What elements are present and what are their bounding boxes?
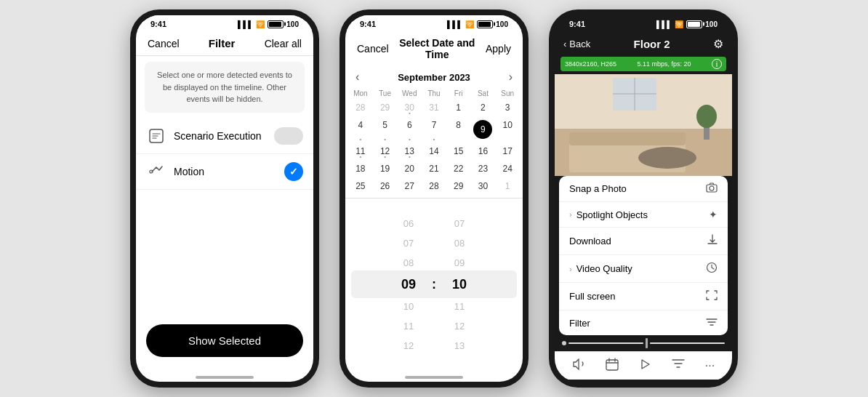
calendar-day[interactable]: 21	[422, 160, 446, 177]
menu-download[interactable]: Download	[559, 228, 728, 255]
calendar-day[interactable]: 8	[446, 116, 471, 143]
download-label: Download	[569, 236, 611, 246]
calendar-day[interactable]: 29	[373, 99, 398, 116]
calendar-month-label: September 2023	[398, 72, 470, 83]
badge-stats: 5.11 mbps, fps: 20	[638, 60, 691, 68]
calendar-day[interactable]: 13	[397, 143, 422, 160]
svg-point-13	[710, 186, 714, 191]
mute-button[interactable]	[572, 358, 585, 373]
svg-rect-5	[569, 132, 686, 145]
calendar-day[interactable]: 25	[348, 177, 373, 195]
room-svg	[555, 74, 732, 176]
status-bar-1: 9:41 ▌▌▌ 🛜 100	[136, 15, 313, 31]
next-month-button[interactable]: ›	[509, 71, 513, 84]
spotlight-label: Spotlight Objects	[576, 209, 648, 220]
signal-icon-1: ▌▌▌	[238, 20, 253, 28]
home-bar-3	[555, 380, 732, 382]
motion-toggle-on[interactable]	[284, 162, 303, 181]
calendar-day[interactable]: 28	[422, 177, 446, 195]
calendar-day[interactable]: 11	[348, 143, 373, 160]
calendar-day[interactable]: 15	[446, 143, 471, 160]
calendar-day[interactable]: 29	[446, 177, 471, 195]
calendar-day[interactable]: 23	[471, 160, 496, 177]
fullscreen-icon	[706, 289, 718, 303]
calendar-day[interactable]: 14	[422, 143, 446, 160]
calendar-day[interactable]: 10	[495, 116, 520, 143]
calendar-day[interactable]: 16	[471, 143, 496, 160]
calendar-day[interactable]: 3	[495, 99, 520, 116]
video-quality-label: Video Quality	[576, 263, 632, 274]
list-item[interactable]: Scenario Execution	[136, 119, 313, 154]
p1-hint-text: Select one or more detected events to be…	[145, 62, 305, 113]
p3-nav: ‹ Back Floor 2 ⚙	[555, 31, 732, 57]
minute-item: 11	[438, 297, 481, 316]
list-item[interactable]: Motion	[136, 154, 313, 190]
minute-item: 13	[438, 336, 481, 356]
calendar-day[interactable]: 30	[397, 99, 422, 116]
calendar-day[interactable]: 12	[373, 143, 398, 160]
minute-item: 12	[438, 316, 481, 336]
fullscreen-label: Full screen	[569, 291, 616, 302]
calendar-day[interactable]: 17	[495, 143, 520, 160]
calendar-day[interactable]: 28	[348, 99, 373, 116]
day-name-mon: Mon	[348, 88, 373, 99]
p3-gear-button[interactable]: ⚙	[713, 37, 723, 51]
camera-view	[555, 74, 732, 176]
calendar-day[interactable]: 2	[471, 99, 496, 116]
home-bar-2	[345, 367, 523, 382]
hour-picker[interactable]: 06 07 08 09 10 11 12	[387, 214, 430, 356]
prev-month-button[interactable]: ‹	[355, 71, 359, 84]
p1-cancel-button[interactable]: Cancel	[148, 38, 180, 49]
calendar-day[interactable]: 1	[446, 99, 471, 116]
calendar-day[interactable]: 27	[397, 177, 422, 195]
calendar-button[interactable]	[606, 358, 619, 374]
p2-cancel-button[interactable]: Cancel	[357, 43, 389, 55]
menu-spotlight[interactable]: › Spotlight Objects ✦	[559, 202, 728, 228]
more-button[interactable]: ···	[705, 359, 715, 372]
menu-filter[interactable]: Filter	[559, 310, 728, 335]
hour-item: 06	[387, 214, 430, 233]
calendar-day[interactable]: 7	[422, 116, 446, 143]
scenario-toggle[interactable]	[274, 127, 303, 145]
calendar-day[interactable]: 1	[495, 177, 520, 195]
menu-fullscreen[interactable]: Full screen	[559, 283, 728, 310]
menu-snap-photo[interactable]: Snap a Photo	[559, 176, 728, 202]
calendar-day[interactable]: 20	[397, 160, 422, 177]
video-quality-icon	[706, 262, 718, 276]
calendar-day[interactable]: 22	[446, 160, 471, 177]
show-selected-button[interactable]: Show Selected	[146, 324, 303, 357]
calendar-day[interactable]: 30	[471, 177, 496, 195]
svg-rect-15	[606, 360, 618, 370]
hour-item: 07	[387, 233, 430, 253]
filter-tool-button[interactable]	[672, 358, 685, 373]
p2-day-names: Mon Tue Wed Thu Fri Sat Sun	[345, 88, 523, 99]
badge-resolution: 3840x2160, H265	[565, 60, 616, 68]
time-colon: :	[430, 277, 438, 292]
calendar-day[interactable]: 31	[422, 99, 446, 116]
calendar-day[interactable]: 5	[373, 116, 398, 143]
calendar-day[interactable]: 9	[471, 116, 496, 143]
calendar-day[interactable]: 19	[373, 160, 398, 177]
calendar-day[interactable]: 26	[373, 177, 398, 195]
download-icon	[707, 234, 718, 248]
vq-left: › Video Quality	[569, 263, 632, 274]
status-icons-3: ▌▌▌ 🛜 100	[656, 20, 718, 28]
minute-picker[interactable]: 07 08 09 10 11 12 13	[438, 214, 481, 356]
menu-video-quality[interactable]: › Video Quality	[559, 255, 728, 283]
p3-toolbar: ···	[555, 351, 732, 380]
p3-timeline	[555, 335, 732, 351]
calendar-day[interactable]: 4	[348, 116, 373, 143]
p1-clearall-button[interactable]: Clear all	[265, 38, 302, 49]
cal-divider	[345, 198, 523, 198]
status-icons-1: ▌▌▌ 🛜 100	[238, 20, 299, 28]
p2-cal-header: ‹ September 2023 ›	[345, 66, 523, 88]
calendar-day[interactable]: 6	[397, 116, 422, 143]
calendar-day[interactable]: 18	[348, 160, 373, 177]
battery-pct-2: 100	[496, 20, 508, 28]
selected-minute: 10	[438, 273, 481, 297]
time-picker[interactable]: 06 07 08 09 10 11 12 : 07 08	[345, 201, 523, 367]
p2-apply-button[interactable]: Apply	[486, 43, 511, 55]
calendar-day[interactable]: 24	[495, 160, 520, 177]
p3-back-button[interactable]: ‹ Back	[563, 39, 590, 49]
play-button[interactable]	[638, 358, 651, 374]
